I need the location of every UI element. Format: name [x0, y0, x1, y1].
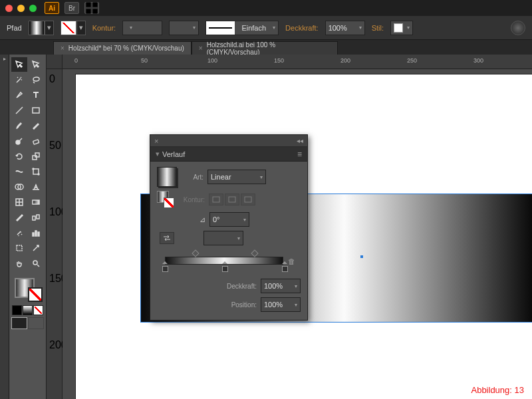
graphic-style-picker[interactable]: ▾ [390, 21, 413, 35]
gradient-stop[interactable] [222, 264, 228, 272]
svg-rect-0 [86, 2, 90, 7]
fill-stroke-swatch[interactable]: ▾ [29, 21, 54, 35]
svg-rect-16 [33, 216, 35, 220]
stroke-swatch-group[interactable]: ▾ [61, 21, 86, 35]
panel-header[interactable]: × ◂◂ [150, 135, 307, 147]
stroke-grad-across-button[interactable] [241, 194, 255, 205]
document-tab[interactable]: × Holzschild* bei 70 % (CMYK/Vorschau) [53, 41, 192, 55]
rotate-tool[interactable] [11, 149, 27, 164]
color-mode-gradient[interactable] [23, 305, 33, 315]
panel-title: Verlauf [162, 150, 185, 158]
stroke-grad-along-button[interactable] [225, 194, 239, 205]
aspect-ratio-input[interactable]: ▾ [203, 231, 243, 245]
color-mode-none[interactable] [33, 305, 43, 315]
gradient-type-select[interactable]: Linear ▾ [207, 170, 266, 184]
stop-position-input[interactable]: 100%▾ [261, 297, 301, 312]
hand-tool[interactable] [11, 256, 27, 271]
screen-mode-button[interactable] [28, 317, 44, 329]
stroke-swatch[interactable] [61, 21, 76, 35]
close-panel-icon[interactable]: × [154, 137, 158, 145]
arrange-docs-button[interactable] [84, 2, 99, 14]
opacity-input[interactable]: 100%▾ [325, 21, 365, 35]
figure-caption: Abbildung: 13 [471, 385, 524, 395]
eraser-tool[interactable] [28, 134, 44, 148]
minimize-window-button[interactable] [17, 5, 25, 12]
shape-builder-tool[interactable] [11, 180, 27, 194]
screen-mode-button[interactable] [11, 317, 27, 329]
zoom-tool[interactable] [28, 256, 44, 271]
fill-swatch[interactable] [29, 21, 45, 35]
midpoint-diamond[interactable] [251, 249, 258, 257]
svg-rect-6 [33, 140, 39, 144]
lasso-tool[interactable] [28, 72, 44, 87]
stroke-grad-in-button[interactable] [209, 194, 223, 205]
selection-tool[interactable] [11, 57, 27, 72]
artboard-tool[interactable] [11, 241, 27, 255]
type-tool[interactable] [28, 88, 44, 102]
delete-stop-icon[interactable]: 🗑 [288, 257, 295, 265]
ruler-origin[interactable] [47, 55, 63, 69]
gradient-tool[interactable] [28, 195, 44, 209]
svg-rect-25 [245, 197, 251, 202]
blend-tool[interactable] [28, 210, 44, 225]
stroke-weight-input[interactable]: ▾ [122, 21, 162, 35]
vertical-ruler[interactable]: 0 50 100 150 200 [47, 69, 63, 399]
close-tab-icon[interactable]: × [61, 45, 65, 52]
selection-center-handle[interactable] [360, 255, 363, 258]
perspective-grid-tool[interactable] [28, 180, 44, 194]
angle-input[interactable]: 0°▾ [209, 212, 249, 227]
var-width-profile[interactable]: ▾ [169, 21, 199, 35]
svg-rect-8 [35, 153, 39, 157]
line-tool[interactable] [11, 103, 27, 118]
paintbrush-tool[interactable] [11, 118, 27, 133]
panel-title-bar[interactable]: ▾ Verlauf ≡ [150, 147, 307, 162]
pencil-tool[interactable] [28, 118, 44, 133]
magic-wand-tool[interactable] [11, 72, 27, 87]
opacity-label: Deckkraft: [285, 24, 319, 32]
collapse-panel-icon[interactable]: ◂◂ [297, 137, 303, 144]
bridge-button[interactable]: Br [65, 2, 79, 14]
stroke-label: Kontur: [92, 24, 116, 32]
tab-label: Holzschild.ai bei 100 % (CMYK/Vorschau) [207, 41, 331, 56]
free-transform-tool[interactable] [28, 164, 44, 179]
direct-selection-tool[interactable] [28, 57, 44, 72]
tools-panel [9, 55, 47, 399]
control-bar: Pfad ▾ ▾ Kontur: ▾ ▾ Einfach ▾ Deckkraft… [0, 16, 532, 40]
doc-setup-button[interactable] [511, 21, 525, 35]
gradient-panel[interactable]: × ◂◂ ▾ Verlauf ≡ Art: Linear ▾ [150, 134, 308, 321]
gradient-slider[interactable]: 🗑 [165, 252, 293, 269]
workspace: ▸ [0, 55, 532, 399]
ruler-tick: 50 [49, 140, 61, 152]
midpoint-diamond[interactable] [192, 249, 200, 257]
symbol-sprayer-tool[interactable] [11, 225, 27, 240]
gradient-preview[interactable] [157, 167, 177, 187]
slice-tool[interactable] [28, 241, 44, 255]
stroke-dropdown[interactable]: ▾ [76, 21, 86, 35]
svg-rect-20 [38, 232, 39, 236]
stroke-indicator[interactable] [28, 287, 43, 302]
panel-collapse-strip[interactable]: ▸ [0, 55, 9, 399]
rectangle-tool[interactable] [28, 103, 44, 118]
color-mode-solid[interactable] [12, 305, 22, 315]
stroke-gradient-mode-group [209, 194, 255, 205]
width-tool[interactable] [11, 164, 27, 179]
close-window-button[interactable] [5, 5, 13, 12]
column-graph-tool[interactable] [28, 225, 44, 240]
fill-stroke-indicator[interactable] [12, 275, 44, 303]
panel-menu-icon[interactable]: ≡ [297, 150, 302, 159]
fill-dropdown[interactable]: ▾ [45, 21, 54, 35]
scale-tool[interactable] [28, 149, 44, 164]
stop-opacity-input[interactable]: 100%▾ [261, 279, 301, 293]
reverse-gradient-button[interactable] [160, 232, 174, 244]
close-tab-icon[interactable]: × [199, 45, 203, 52]
panel-fill-stroke-icon[interactable] [157, 191, 174, 208]
pen-tool[interactable] [11, 88, 27, 102]
horizontal-ruler[interactable]: 0 50 100 150 200 250 300 [63, 55, 532, 69]
document-tab[interactable]: × Holzschild.ai bei 100 % (CMYK/Vorschau… [192, 41, 338, 55]
eyedropper-tool[interactable] [11, 210, 27, 225]
brush-definition[interactable]: Einfach ▾ [205, 21, 279, 35]
mesh-tool[interactable] [11, 195, 27, 209]
zoom-window-button[interactable] [29, 5, 37, 12]
gradient-stop[interactable] [162, 264, 168, 272]
blob-brush-tool[interactable] [11, 134, 27, 148]
